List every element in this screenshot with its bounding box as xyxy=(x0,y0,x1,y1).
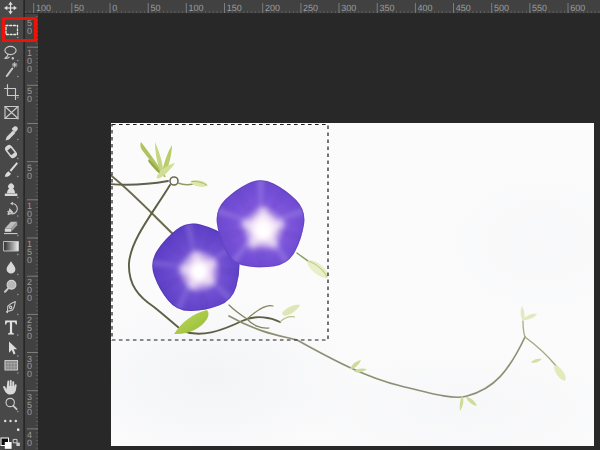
svg-text:200: 200 xyxy=(265,3,280,13)
svg-text:50: 50 xyxy=(74,3,84,13)
svg-text:0: 0 xyxy=(27,94,32,104)
svg-text:0: 0 xyxy=(27,407,32,417)
svg-text:0: 0 xyxy=(27,438,32,448)
svg-text:0: 0 xyxy=(27,369,32,379)
svg-text:350: 350 xyxy=(379,3,394,13)
svg-text:0: 0 xyxy=(27,331,32,341)
svg-text:600: 600 xyxy=(570,3,585,13)
svg-text:0: 0 xyxy=(27,293,32,303)
svg-text:0: 0 xyxy=(27,64,32,74)
svg-text:500: 500 xyxy=(494,3,509,13)
svg-text:0: 0 xyxy=(27,255,32,265)
svg-text:50: 50 xyxy=(150,3,160,13)
svg-text:0: 0 xyxy=(27,125,32,135)
svg-text:400: 400 xyxy=(418,3,433,13)
svg-text:300: 300 xyxy=(341,3,356,13)
svg-text:150: 150 xyxy=(227,3,242,13)
svg-text:450: 450 xyxy=(456,3,471,13)
svg-text:0: 0 xyxy=(27,171,32,181)
svg-text:550: 550 xyxy=(532,3,547,13)
svg-text:0: 0 xyxy=(112,3,117,13)
svg-text:250: 250 xyxy=(303,3,318,13)
svg-text:100: 100 xyxy=(36,3,51,13)
svg-text:0: 0 xyxy=(27,216,32,226)
svg-text:100: 100 xyxy=(189,3,204,13)
